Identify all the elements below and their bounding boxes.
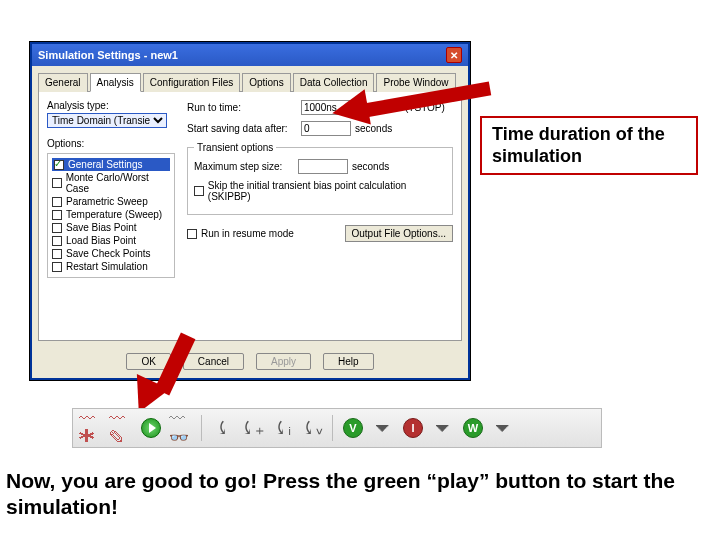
power-level-button[interactable]: W <box>461 416 485 440</box>
options-label: Options: <box>47 138 177 149</box>
tab-options[interactable]: Options <box>242 73 290 92</box>
analysis-type-select[interactable]: Time Domain (Transient) <box>47 113 167 128</box>
skip-bias-checkbox[interactable] <box>194 186 204 196</box>
start-saving-label: Start saving data after: <box>187 123 297 134</box>
dialog-title: Simulation Settings - new1 <box>38 49 446 61</box>
new-sim-profile-icon[interactable]: 〰✱ <box>79 416 103 440</box>
tab-analysis[interactable]: Analysis <box>90 73 141 92</box>
checkbox-icon[interactable] <box>52 262 62 272</box>
slide-caption: Now, you are good to go! Press the green… <box>6 468 714 521</box>
simulation-toolbar: 〰✱ 〰✎ 〰👓 ⤹ ⤹₊ ⤹ᵢ ⤹ᵥ V ⏷ I ⏷ W ⏷ <box>72 408 602 448</box>
checkbox-icon[interactable] <box>52 210 62 220</box>
option-monte-carlo[interactable]: Monte Carlo/Worst Case <box>52 171 170 195</box>
current-level-button[interactable]: I <box>401 416 425 440</box>
analysis-type-label: Analysis type: <box>47 100 177 111</box>
toolbar-separator <box>201 415 202 441</box>
option-parametric-sweep[interactable]: Parametric Sweep <box>52 195 170 208</box>
option-restart-sim[interactable]: Restart Simulation <box>52 260 170 273</box>
callout-time-duration: Time duration of the simulation <box>480 116 698 175</box>
help-button[interactable]: Help <box>323 353 374 370</box>
voltage-probe-icon[interactable]: ⤹ <box>210 416 234 440</box>
tab-config-files[interactable]: Configuration Files <box>143 73 240 92</box>
power-probe-icon[interactable]: ⤹ᵥ <box>300 416 324 440</box>
checkbox-icon[interactable] <box>52 178 62 188</box>
checkbox-icon[interactable] <box>52 249 62 259</box>
marker-icon: ⏷ <box>491 416 515 440</box>
marker-icon: ⏷ <box>431 416 455 440</box>
option-save-bias[interactable]: Save Bias Point <box>52 221 170 234</box>
current-probe-icon[interactable]: ⤹ᵢ <box>270 416 294 440</box>
resume-label: Run in resume mode <box>201 228 294 239</box>
tab-general[interactable]: General <box>38 73 88 92</box>
max-step-input[interactable] <box>298 159 348 174</box>
toolbar-separator <box>332 415 333 441</box>
skip-bias-label: Skip the initial transient bias point ca… <box>208 180 446 202</box>
option-load-bias[interactable]: Load Bias Point <box>52 234 170 247</box>
max-step-label: Maximum step size: <box>194 161 294 172</box>
checkbox-icon[interactable] <box>52 236 62 246</box>
transient-options-group: Transient options Maximum step size: sec… <box>187 142 453 215</box>
option-general-settings[interactable]: General Settings <box>52 158 170 171</box>
dialog-button-bar: OK Cancel Apply Help <box>32 347 468 378</box>
resume-checkbox[interactable] <box>187 229 197 239</box>
voltage-diff-probe-icon[interactable]: ⤹₊ <box>240 416 264 440</box>
option-temperature-sweep[interactable]: Temperature (Sweep) <box>52 208 170 221</box>
transient-legend: Transient options <box>194 142 276 153</box>
option-save-checkpoints[interactable]: Save Check Points <box>52 247 170 260</box>
run-to-time-label: Run to time: <box>187 102 297 113</box>
voltage-level-button[interactable]: V <box>341 416 365 440</box>
annotation-arrow-runtime <box>332 86 492 136</box>
output-file-options-button[interactable]: Output File Options... <box>345 225 454 242</box>
checkbox-icon[interactable] <box>52 197 62 207</box>
annotation-arrow-play <box>126 330 246 420</box>
apply-button[interactable]: Apply <box>256 353 311 370</box>
edit-sim-profile-icon[interactable]: 〰✎ <box>109 416 133 440</box>
close-icon[interactable]: ✕ <box>446 47 462 63</box>
marker-icon: ⏷ <box>371 416 395 440</box>
checkbox-icon[interactable] <box>52 223 62 233</box>
view-results-icon[interactable]: 〰👓 <box>169 416 193 440</box>
run-play-button[interactable] <box>139 416 163 440</box>
options-list[interactable]: General Settings Monte Carlo/Worst Case … <box>47 153 175 278</box>
max-step-unit: seconds <box>352 161 389 172</box>
checkbox-icon[interactable] <box>54 160 64 170</box>
titlebar: Simulation Settings - new1 ✕ <box>32 44 468 66</box>
